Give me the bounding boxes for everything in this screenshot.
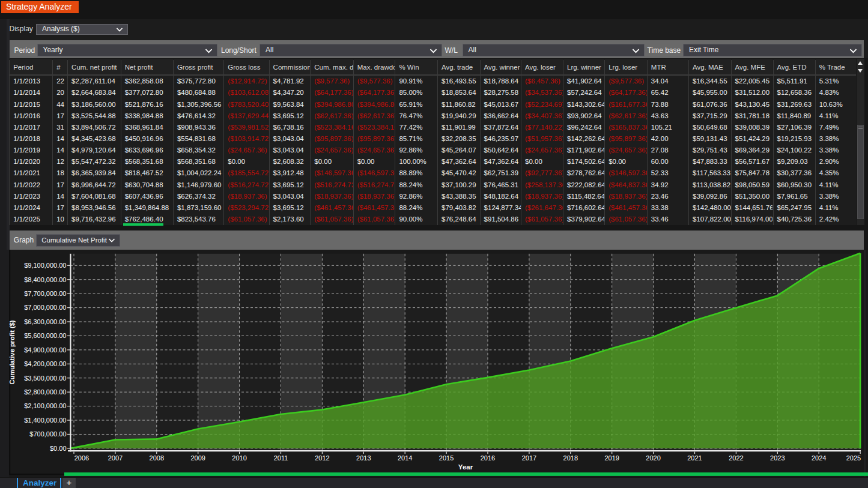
svg-text:$4,200,000.00: $4,200,000.00 [24,360,66,367]
svg-text:2007: 2007 [108,454,123,462]
svg-text:$0.00: $0.00 [50,445,67,452]
svg-text:$700,000.00: $700,000.00 [29,430,66,438]
svg-text:$7,000,000.00: $7,000,000.00 [24,304,66,311]
svg-text:Year: Year [458,463,473,471]
svg-text:2014: 2014 [398,454,412,462]
svg-text:$4,900,000.00: $4,900,000.00 [24,346,66,354]
svg-text:2006: 2006 [74,454,89,462]
svg-text:2012: 2012 [315,454,329,462]
svg-text:2016: 2016 [481,454,495,462]
svg-text:$6,300,000.00: $6,300,000.00 [24,318,66,325]
svg-text:2013: 2013 [356,454,371,462]
svg-text:$9,100,000.00: $9,100,000.00 [24,262,66,269]
svg-text:2008: 2008 [150,454,164,462]
svg-text:2011: 2011 [274,454,288,462]
svg-text:2019: 2019 [604,454,619,462]
svg-text:2021: 2021 [687,454,702,462]
svg-text:$3,500,000.00: $3,500,000.00 [24,375,66,382]
svg-text:2024: 2024 [812,454,826,462]
svg-text:$8,400,000.00: $8,400,000.00 [24,276,66,283]
svg-text:2025: 2025 [846,454,861,462]
svg-text:2017: 2017 [522,454,536,462]
svg-text:2022: 2022 [729,454,743,462]
svg-text:2009: 2009 [190,454,205,462]
svg-text:$2,800,000.00: $2,800,000.00 [24,388,66,396]
svg-text:2010: 2010 [232,454,246,462]
svg-text:2023: 2023 [770,454,785,462]
svg-text:$2,100,000.00: $2,100,000.00 [24,402,66,409]
svg-text:$1,400,000.00: $1,400,000.00 [24,417,66,424]
svg-text:2020: 2020 [646,454,660,462]
svg-text:Cumulative profit ($): Cumulative profit ($) [8,320,16,384]
svg-text:$5,600,000.00: $5,600,000.00 [24,332,66,339]
svg-text:2018: 2018 [563,454,578,462]
svg-text:2015: 2015 [439,454,454,462]
svg-text:$7,700,000.00: $7,700,000.00 [24,290,66,297]
